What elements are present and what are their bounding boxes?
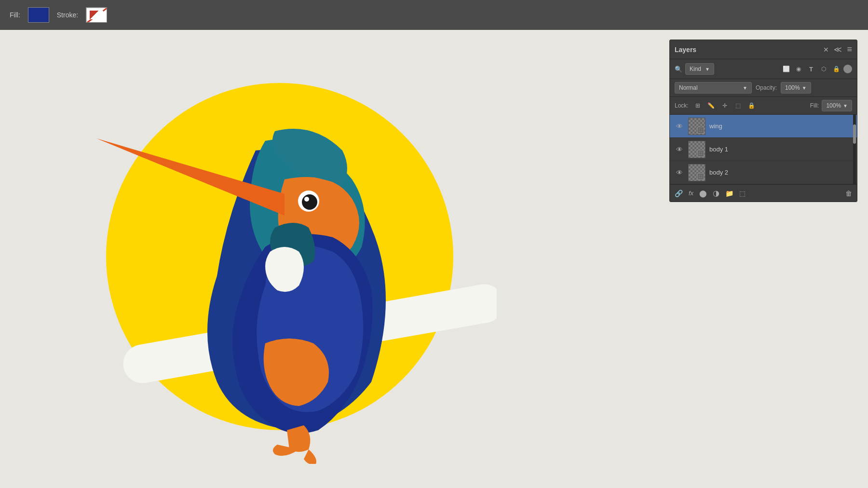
bird-illustration — [24, 44, 497, 464]
fill-value[interactable]: 100% ▼ — [822, 100, 852, 111]
kind-label: Kind — [690, 66, 701, 72]
layers-list: 👁 ⬚ wing 👁 ⬚ body 1 👁 ⬚ body 2 — [670, 115, 857, 184]
folder-icon[interactable]: 📁 — [725, 190, 733, 197]
filter-image-icon[interactable]: ⬜ — [781, 64, 791, 74]
stroke-swatch[interactable] — [86, 7, 107, 23]
lock-label: Lock: — [675, 102, 689, 109]
layer-thumb-badge: ⬚ — [697, 173, 704, 180]
layer-thumb-badge: ⬚ — [697, 150, 704, 157]
scrollbar-thumb — [853, 124, 856, 144]
layers-panel-title: Layers — [675, 46, 696, 54]
panel-menu-button[interactable]: ≡ — [847, 44, 852, 54]
panel-header-icons: ✕ ≪ ≡ — [823, 44, 852, 54]
new-layer-icon[interactable]: ⬚ — [739, 190, 746, 197]
blend-row: Normal ▼ Opacity: 100% ▼ — [670, 79, 857, 97]
fill-number: 100% — [826, 102, 841, 109]
filter-smart-icon[interactable]: 🔒 — [831, 64, 841, 74]
layer-item[interactable]: 👁 ⬚ wing — [670, 115, 857, 138]
lock-paint-icon[interactable]: ✏️ — [706, 100, 717, 111]
layer-visibility-icon[interactable]: 👁 — [675, 145, 684, 154]
fill-swatch[interactable] — [28, 7, 49, 23]
opacity-label: Opacity: — [756, 84, 777, 91]
panel-collapse-button[interactable]: ≪ — [834, 45, 842, 54]
lock-icons: ⊞ ✏️ ✛ ⬚ 🔒 — [692, 100, 757, 111]
lock-pixels-icon[interactable]: ⊞ — [692, 100, 703, 111]
layer-visibility-icon[interactable]: 👁 — [675, 122, 684, 131]
lock-move-icon[interactable]: ✛ — [719, 100, 730, 111]
lock-artboard-icon[interactable]: ⬚ — [733, 100, 744, 111]
lock-all-icon[interactable]: 🔒 — [746, 100, 757, 111]
delete-layer-icon[interactable]: 🗑 — [845, 190, 852, 197]
layer-name: wing — [709, 122, 852, 130]
filter-type-icon[interactable]: T — [806, 64, 816, 74]
filter-circle-icon[interactable]: ◉ — [793, 64, 804, 74]
layer-item[interactable]: 👁 ⬚ body 1 — [670, 138, 857, 161]
layers-panel: Layers ✕ ≪ ≡ 🔍 Kind ▼ ⬜ ◉ T ⬡ 🔒 Normal ▼… — [669, 40, 857, 202]
fx-icon[interactable]: fx — [689, 190, 693, 197]
link-icon[interactable]: 🔗 — [675, 190, 683, 197]
lock-row: Lock: ⊞ ✏️ ✛ ⬚ 🔒 Fill: 100% ▼ — [670, 97, 857, 115]
layer-item[interactable]: 👁 ⬚ body 2 — [670, 161, 857, 184]
blend-mode-select[interactable]: Normal ▼ — [675, 82, 752, 94]
filter-icon-group: ⬜ ◉ T ⬡ 🔒 — [781, 64, 852, 74]
layer-thumbnail: ⬚ — [688, 118, 705, 135]
fill-label: Fill: — [10, 11, 20, 19]
layers-actions: 🔗 fx ⬤ ◑ 📁 ⬚ 🗑 — [670, 184, 857, 202]
stroke-label: Stroke: — [57, 11, 78, 19]
layers-panel-header: Layers ✕ ≪ ≡ — [670, 40, 857, 59]
filter-shape-icon[interactable]: ⬡ — [818, 64, 829, 74]
opacity-value[interactable]: 100% ▼ — [781, 82, 811, 94]
layer-visibility-icon[interactable]: 👁 — [675, 168, 684, 177]
fill-right: Fill: 100% ▼ — [810, 100, 852, 111]
svg-point-8 — [304, 197, 309, 202]
layer-name: body 1 — [709, 146, 852, 153]
adjustment-icon[interactable]: ◑ — [713, 189, 719, 198]
layer-style-icon[interactable]: ⬤ — [699, 190, 707, 197]
filter-row: 🔍 Kind ▼ ⬜ ◉ T ⬡ 🔒 — [670, 59, 857, 79]
blend-mode-label: Normal — [679, 84, 698, 91]
layers-scrollbar[interactable] — [853, 115, 856, 184]
kind-select[interactable]: Kind ▼ — [685, 63, 714, 75]
fill-label-lock: Fill: — [810, 102, 819, 109]
svg-point-7 — [302, 194, 317, 210]
opacity-number: 100% — [785, 84, 800, 91]
layer-thumbnail: ⬚ — [688, 141, 705, 158]
layer-thumbnail: ⬚ — [688, 164, 705, 181]
layer-name: body 2 — [709, 169, 852, 176]
panel-close-button[interactable]: ✕ — [823, 46, 829, 54]
filter-toggle[interactable] — [843, 65, 852, 73]
toolbar: Fill: Stroke: — [0, 0, 868, 30]
layer-thumb-badge: ⬚ — [697, 127, 704, 134]
